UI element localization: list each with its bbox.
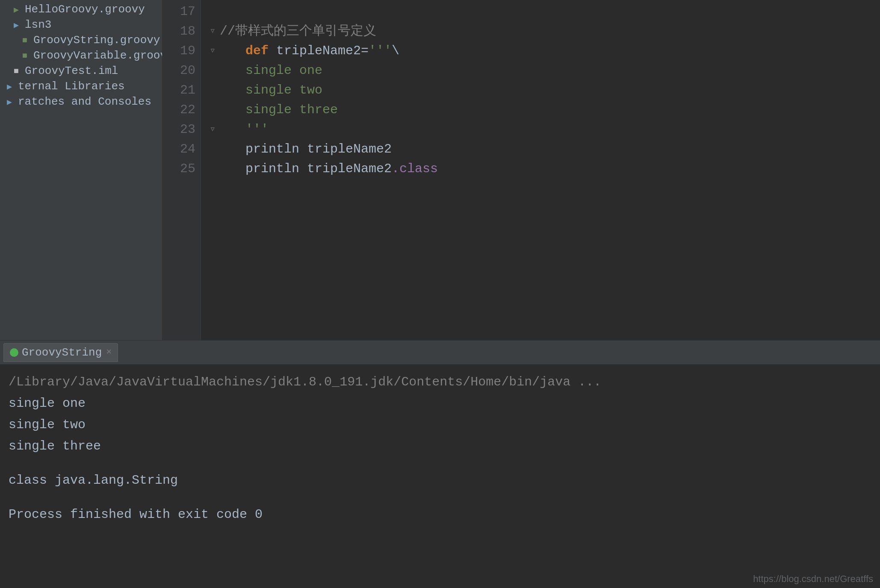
line-numbers: 17 18 19 20 21 22 23 24 25 <box>162 0 201 340</box>
sidebar-item-groovystring[interactable]: ■ GroovyString.groovy <box>0 32 162 48</box>
code-line-24: println tripleName2 <box>210 139 880 159</box>
line-num-18: 18 <box>162 21 195 41</box>
console-output-4: class java.lang.String <box>9 470 871 491</box>
sidebar-item-groovyvariable[interactable]: ■ GroovyVariable.groovy <box>0 48 162 63</box>
sidebar-item-label: GroovyString.groovy <box>33 34 160 47</box>
code-line-21: single two <box>210 80 880 100</box>
code-line-17 <box>210 2 880 21</box>
groovy-file-icon: ■ <box>19 50 31 62</box>
line-num-24: 24 <box>162 139 195 159</box>
code-line-23: ▿ ''' <box>210 120 880 139</box>
console-path: /Library/Java/JavaVirtualMachines/jdk1.8… <box>9 371 871 393</box>
code-line-22: single three <box>210 100 880 120</box>
comment-text: //带样式的三个单引号定义 <box>220 21 376 41</box>
triple-quote-open: ''' <box>369 41 392 61</box>
triple-quote-close: ''' <box>245 120 269 139</box>
console-output-2: single two <box>9 414 871 435</box>
folder-icon: ▶ <box>3 80 15 92</box>
line-num-25: 25 <box>162 159 195 179</box>
fold-marker-empty <box>210 61 218 80</box>
console-output-3: single three <box>9 435 871 457</box>
fold-marker-19[interactable]: ▿ <box>210 41 218 61</box>
sidebar-item-label: HelloGroovy.groovy <box>25 3 145 16</box>
fold-marker-empty <box>210 159 218 179</box>
code-space <box>269 41 276 61</box>
code-line-20: single one <box>210 61 880 80</box>
line-num-20: 20 <box>162 61 195 80</box>
sidebar-item-label: ternal Libraries <box>18 80 125 93</box>
sidebar-item-label: GroovyVariable.groovy <box>33 49 162 62</box>
sidebar-item-label: GroovyTest.iml <box>25 65 118 77</box>
console-output-5: Process finished with exit code 0 <box>9 504 871 525</box>
sidebar-item-scratches[interactable]: ▶ ratches and Consoles <box>0 94 162 109</box>
editor[interactable]: 17 18 19 20 21 22 23 24 25 ▿ //带样式的三 <box>162 0 880 340</box>
groovy-file-icon: ■ <box>19 34 31 46</box>
sidebar-item-libraries[interactable]: ▶ ternal Libraries <box>0 79 162 94</box>
backslash: \ <box>392 41 399 61</box>
console-content: /Library/Java/JavaVirtualMachines/jdk1.8… <box>0 365 880 588</box>
run-icon <box>10 348 18 357</box>
sidebar-item-hellogroovy[interactable]: ▶ HelloGroovy.groovy <box>0 2 162 17</box>
kw-println-25: println tripleName2 <box>245 159 392 179</box>
fold-marker-empty <box>210 139 218 159</box>
fold-marker-empty <box>210 80 218 100</box>
fold-marker-empty <box>210 100 218 120</box>
bottom-tabs: GroovyString × <box>0 341 880 365</box>
groovy-file-icon: ▶ <box>10 3 22 15</box>
var-tripleName2: tripleName2= <box>276 41 369 61</box>
sidebar: ▶ HelloGroovy.groovy ▶ lsn3 ■ GroovyStri… <box>0 0 162 340</box>
sidebar-item-label: ratches and Consoles <box>18 95 151 108</box>
watermark: https://blog.csdn.net/Greatffs <box>753 573 873 585</box>
str-single-one: single one <box>245 61 322 80</box>
code-line-19: ▿ def tripleName2= ''' \ <box>210 41 880 61</box>
line-num-21: 21 <box>162 80 195 100</box>
console-empty-1 <box>9 457 871 470</box>
code-lines: ▿ //带样式的三个单引号定义 ▿ def tripleName2= ''' \ <box>201 0 880 340</box>
line-num-17: 17 <box>162 2 195 21</box>
code-line-25: println tripleName2 .class <box>210 159 880 179</box>
bottom-panel: GroovyString × /Library/Java/JavaVirtual… <box>0 340 880 588</box>
code-area: 17 18 19 20 21 22 23 24 25 ▿ //带样式的三 <box>162 0 880 340</box>
code-line-18: ▿ //带样式的三个单引号定义 <box>210 21 880 41</box>
kw-println-24: println tripleName2 <box>245 139 392 159</box>
tab-label: GroovyString <box>22 346 102 359</box>
str-single-three: single three <box>245 100 338 120</box>
line-num-23: 23 <box>162 120 195 139</box>
line-num-22: 22 <box>162 100 195 120</box>
kw-def: def <box>245 41 269 61</box>
sidebar-item-groovytest-iml[interactable]: ■ GroovyTest.iml <box>0 63 162 79</box>
sidebar-item-label: lsn3 <box>25 18 51 31</box>
fold-marker-23[interactable]: ▿ <box>210 120 218 139</box>
line-num-19: 19 <box>162 41 195 61</box>
folder-icon: ▶ <box>3 96 15 108</box>
console-empty-2 <box>9 491 871 504</box>
console-tab-groovystring[interactable]: GroovyString × <box>3 343 118 362</box>
console-output-1: single one <box>9 393 871 414</box>
sidebar-item-lsn3[interactable]: ▶ lsn3 <box>0 17 162 32</box>
fold-marker-18[interactable]: ▿ <box>210 21 218 41</box>
folder-icon: ▶ <box>10 19 22 31</box>
iml-file-icon: ■ <box>10 65 22 77</box>
close-tab-button[interactable]: × <box>106 347 112 358</box>
main-area: ▶ HelloGroovy.groovy ▶ lsn3 ■ GroovyStri… <box>0 0 880 340</box>
dot-class: .class <box>392 159 438 179</box>
str-single-two: single two <box>245 80 322 100</box>
